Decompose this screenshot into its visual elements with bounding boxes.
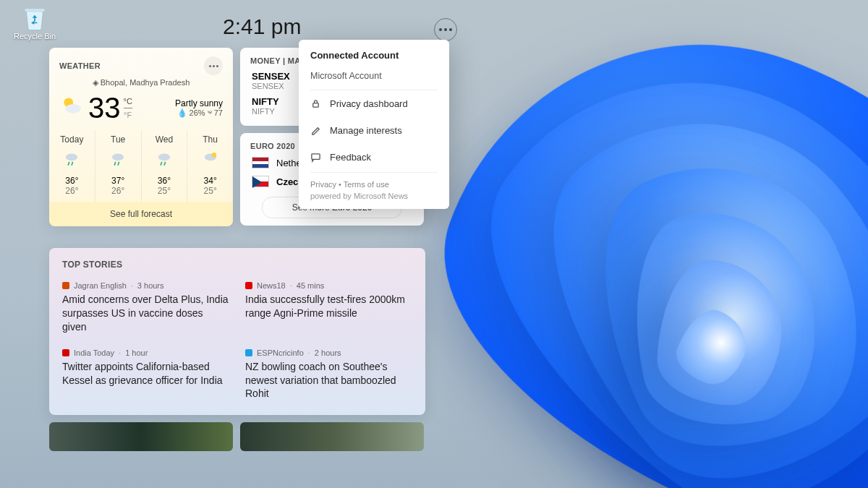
weather-location: ◈ Bhopal, Madhya Pradesh — [49, 78, 233, 87]
weather-meta: 💧 26% ༄ 77 — [175, 108, 223, 118]
forecast-day[interactable]: Wed 36°25° — [142, 130, 188, 202]
partly-sunny-icon — [201, 149, 220, 168]
svg-point-1 — [66, 104, 81, 114]
tile-photo-2[interactable] — [240, 422, 424, 451]
source-icon — [62, 349, 69, 356]
recycle-bin-icon — [20, 3, 49, 32]
forecast-day[interactable]: Tue 37°26° — [95, 130, 142, 202]
popover-legal: Privacy • Terms of use — [310, 172, 438, 189]
flag-nl-icon — [252, 157, 269, 168]
forecast-day[interactable]: Thu 34°25° — [187, 130, 233, 202]
see-full-forecast[interactable]: See full forecast — [49, 202, 233, 226]
svg-point-12 — [211, 153, 216, 158]
lock-icon — [310, 98, 321, 109]
popover-title: Connected Account — [310, 50, 438, 61]
svg-line-3 — [69, 162, 70, 166]
menu-item-pencil[interactable]: Manage interests — [310, 117, 438, 144]
story-item[interactable]: Jagran English · 3 hours Amid concerns o… — [62, 281, 229, 334]
svg-point-5 — [112, 154, 124, 161]
story-item[interactable]: News18 · 45 mins India successfully test… — [245, 281, 412, 334]
euro-header: EURO 2020 — [250, 142, 295, 150]
source-icon — [245, 349, 252, 356]
weather-card[interactable]: WEATHER ◈ Bhopal, Madhya Pradesh 33 °C°F… — [49, 48, 233, 226]
svg-point-8 — [158, 154, 170, 161]
svg-rect-13 — [313, 103, 319, 108]
source-icon — [245, 282, 252, 289]
weather-condition: Partly sunny — [175, 98, 223, 108]
top-stories-card[interactable]: TOP STORIES Jagran English · 3 hours Ami… — [49, 248, 425, 415]
clock-time: 2:41 pm — [223, 14, 454, 39]
top-stories-header: TOP STORIES — [62, 260, 122, 270]
menu-item-lock[interactable]: Privacy dashboard — [310, 90, 438, 117]
svg-point-2 — [66, 154, 77, 161]
svg-rect-14 — [312, 154, 320, 160]
rain-icon — [155, 149, 174, 168]
menu-item-chat[interactable]: Feedback — [310, 144, 438, 171]
account-popover: Connected Account Microsoft Account Priv… — [299, 40, 449, 209]
partly-sunny-icon — [59, 93, 84, 118]
flag-cz-icon — [252, 176, 269, 187]
terms-link[interactable]: Terms of use — [344, 180, 389, 189]
rain-icon — [62, 149, 81, 168]
source-icon — [62, 282, 69, 289]
svg-line-9 — [161, 162, 162, 166]
story-item[interactable]: India Today · 1 hour Twitter appoints Ca… — [62, 348, 229, 401]
pencil-icon — [310, 125, 321, 136]
svg-line-7 — [118, 162, 119, 166]
svg-line-4 — [72, 162, 73, 166]
svg-line-10 — [164, 162, 166, 166]
powered-by: powered by Microsoft News — [310, 192, 438, 200]
tile-photo-1[interactable] — [49, 422, 233, 451]
svg-line-6 — [114, 162, 116, 166]
popover-account: Microsoft Account — [310, 71, 438, 90]
weather-forecast: Today 36°26°Tue 37°26°Wed 36°25°Thu 34°2… — [49, 130, 233, 202]
weather-units[interactable]: °C°F — [124, 96, 132, 120]
weather-header: WEATHER — [59, 61, 101, 70]
chat-icon — [310, 152, 321, 163]
story-item[interactable]: ESPNcricinfo · 2 hours NZ bowling coach … — [245, 348, 412, 401]
rain-icon — [109, 149, 127, 168]
weather-more-button[interactable] — [204, 56, 223, 75]
privacy-link[interactable]: Privacy — [310, 180, 336, 189]
forecast-day[interactable]: Today 36°26° — [49, 130, 95, 202]
weather-temp: 33 — [88, 92, 121, 124]
